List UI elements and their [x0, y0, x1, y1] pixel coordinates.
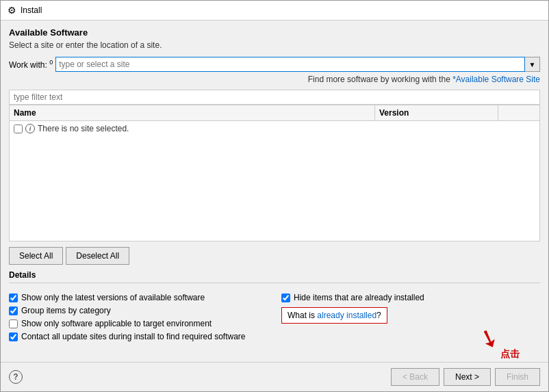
dropdown-button[interactable]: ▼ — [525, 57, 540, 72]
contact-update-sites-checkbox[interactable] — [9, 332, 18, 341]
table-header: Name Version — [10, 105, 539, 121]
back-button[interactable]: < Back — [391, 368, 439, 386]
options-area: Show only the latest versions of availab… — [9, 293, 540, 361]
bottom-left: ? — [9, 370, 23, 384]
already-installed-link[interactable]: already installed — [317, 311, 376, 320]
col-name-header: Name — [10, 105, 375, 120]
option-group-by-category: Group items by category — [9, 306, 268, 315]
deselect-all-button[interactable]: Deselect All — [66, 247, 129, 265]
find-more-text: Find more software by working with the — [308, 75, 452, 84]
work-with-row: Work with: 0 ▼ — [9, 57, 540, 72]
title-bar: ⚙ Install — [1, 1, 548, 21]
contact-update-sites-label: Contact all update sites during install … — [21, 332, 246, 341]
filter-input[interactable] — [9, 90, 540, 105]
install-icon: ⚙ — [8, 5, 16, 16]
bottom-bar: ? < Back Next > Finish — [1, 362, 548, 391]
available-software-site-link[interactable]: *Available Software Site — [452, 75, 540, 84]
already-installed-box-container: What is already installed? ➘ 点击 — [281, 306, 540, 361]
option-hide-installed: Hide items that are already installed — [281, 293, 540, 302]
install-window: ⚙ Install Available Software Select a si… — [0, 0, 549, 392]
hide-installed-checkbox[interactable] — [281, 293, 290, 302]
section-subtitle: Select a site or enter the location of a… — [9, 40, 540, 50]
separator — [9, 283, 540, 283]
finish-button[interactable]: Finish — [495, 368, 540, 386]
hide-installed-label: Hide items that are already installed — [294, 293, 424, 302]
next-button[interactable]: Next > — [444, 368, 491, 386]
software-table: Name Version i There is no site selected… — [9, 105, 540, 241]
what-is-text: What is — [288, 311, 317, 320]
site-input[interactable] — [55, 57, 525, 72]
details-label: Details — [9, 270, 540, 280]
section-title: Available Software — [9, 27, 540, 38]
option-target-environment: Show only software applicable to target … — [9, 319, 268, 328]
arrow-icon: ➘ — [475, 324, 503, 354]
find-more-row: Find more software by working with the *… — [9, 75, 540, 84]
selection-buttons: Select All Deselect All — [9, 247, 540, 265]
options-left: Show only the latest versions of availab… — [9, 293, 268, 361]
option-contact-update-sites: Contact all update sites during install … — [9, 332, 268, 341]
chevron-down-icon: ▼ — [529, 61, 536, 68]
arrow-annotation: ➘ 点击 — [281, 326, 540, 361]
info-icon: i — [25, 124, 35, 133]
content-area: Available Software Select a site or ente… — [1, 21, 548, 362]
row-checkbox[interactable] — [14, 125, 23, 133]
col-version-header: Version — [375, 105, 498, 120]
no-site-message: There is no site selected. — [38, 124, 129, 133]
click-label: 点击 — [500, 348, 520, 361]
col-extra-header — [498, 105, 539, 120]
options-right: Hide items that are already installed Wh… — [281, 293, 540, 361]
help-button[interactable]: ? — [9, 370, 23, 384]
option-latest-versions: Show only the latest versions of availab… — [9, 293, 268, 302]
work-with-label: Work with: 0 — [9, 59, 53, 70]
latest-versions-checkbox[interactable] — [9, 293, 18, 302]
group-by-category-checkbox[interactable] — [9, 306, 18, 315]
window-title: Install — [21, 5, 42, 15]
table-row: i There is no site selected. — [10, 121, 539, 136]
target-environment-checkbox[interactable] — [9, 319, 18, 328]
details-section: Details — [9, 270, 540, 289]
already-installed-box: What is already installed? — [281, 307, 387, 324]
target-environment-label: Show only software applicable to target … — [21, 319, 212, 328]
bottom-right: < Back Next > Finish — [391, 368, 540, 386]
latest-versions-label: Show only the latest versions of availab… — [21, 293, 205, 302]
group-by-category-label: Group items by category — [21, 306, 111, 315]
select-all-button[interactable]: Select All — [9, 247, 63, 265]
what-is-suffix: ? — [376, 311, 381, 320]
